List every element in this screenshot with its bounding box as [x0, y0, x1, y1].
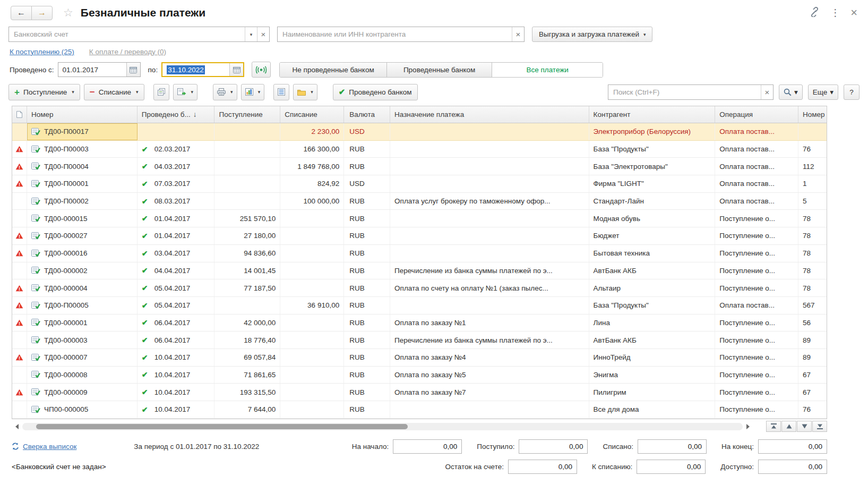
posted-by-bank-button[interactable]: ✔ Проведено банком [333, 84, 418, 100]
counterparty-field: × [277, 27, 525, 42]
add-writeoff-button[interactable]: − Списание ▾ [84, 84, 144, 100]
column-status[interactable] [12, 106, 27, 123]
column-counterparty[interactable]: Контрагент [589, 106, 716, 123]
print-button[interactable]: ▾ [213, 84, 237, 100]
date-from-input[interactable]: 01.01.2017 [58, 63, 126, 77]
back-button[interactable]: ← [11, 6, 32, 20]
go-to-bottom-button[interactable] [812, 421, 827, 432]
table-row[interactable]: !ТД00-П00005✔05.04.201736 910,00RUBБаза … [12, 297, 827, 315]
total-opening-value[interactable]: 0,00 [393, 439, 462, 454]
total-closing-value[interactable]: 0,00 [758, 439, 827, 454]
row-counterparty-cell: Стандарт-Лайн [589, 193, 716, 210]
reconcile-label: Сверка выписок [23, 443, 76, 451]
counterparty-input[interactable] [278, 27, 512, 41]
row-writeoff-cell [280, 384, 344, 401]
column-currency[interactable]: Валюта [344, 106, 390, 123]
row-receipt-cell [214, 297, 280, 314]
search-input[interactable] [608, 85, 761, 99]
table-row[interactable]: !ТД00-П00003✔02.03.2017166 300,00RUBБаза… [12, 141, 827, 158]
scroll-right-button[interactable] [743, 422, 753, 431]
table-row[interactable]: ТД00-000008✔10.04.201771 861,65RUBОплата… [12, 367, 827, 384]
column-receipt[interactable]: Поступление [214, 106, 280, 123]
bank-account-clear-button[interactable]: × [257, 27, 269, 41]
get-link-icon[interactable] [810, 7, 820, 19]
row-currency-cell: RUB [344, 279, 390, 296]
table-row[interactable]: ТД00-П000172 230,00USDЭлектроприбор (Бел… [12, 123, 827, 141]
column-purpose[interactable]: Назначение платежа [390, 106, 589, 123]
table-row[interactable]: !ТД00-П00001✔07.03.2017824,92USDФирма "L… [12, 175, 827, 193]
favorite-star-icon[interactable]: ☆ [63, 6, 73, 19]
upload-download-button[interactable]: Выгрузка и загрузка платежей ▾ [532, 27, 652, 42]
balance-available-value[interactable]: 0,00 [758, 460, 827, 474]
add-receipt-button[interactable]: + Поступление ▾ [8, 84, 80, 100]
table-row[interactable]: !ТД00-000001✔06.04.201742 000,00RUBОплат… [12, 315, 827, 332]
register-list-icon [278, 88, 285, 96]
total-written-off-value[interactable]: 0,00 [638, 439, 707, 454]
bank-account-dropdown-button[interactable]: ▾ [245, 27, 257, 41]
total-received-value[interactable]: 0,00 [519, 439, 588, 454]
tab-all-payments[interactable]: Все платежи [492, 63, 603, 77]
column-writeoff[interactable]: Списание [280, 106, 344, 123]
table-row[interactable]: ЧП00-000005✔10.04.20177 644,00RUBВсе для… [12, 401, 827, 419]
tab-posted-by-bank[interactable]: Проведенные банком [387, 63, 492, 77]
posted-check-icon: ✔ [142, 180, 154, 188]
document-icon [31, 354, 40, 361]
row-number-cell: ТД00-000008 [27, 367, 137, 384]
scroll-left-button[interactable] [12, 422, 22, 431]
table-row[interactable]: !ТД00-000016✔03.04.201794 836,60RUBБытов… [12, 245, 827, 262]
table-row[interactable]: ТД00-000003✔06.04.201718 776,40RUBПеречи… [12, 332, 827, 349]
column-number[interactable]: Номер [27, 106, 137, 123]
more-button[interactable]: Еще ▾ [808, 84, 838, 100]
search-button[interactable]: ▾ [779, 84, 803, 100]
balance-on-account-value[interactable]: 0,00 [508, 460, 577, 474]
copy-document-button[interactable] [153, 84, 169, 100]
reconcile-statements-link[interactable]: Сверка выписок [12, 443, 76, 451]
period-settings-button[interactable] [252, 62, 271, 78]
table-row[interactable]: !ТД00-П00004✔04.03.20171 849 768,00RUBБа… [12, 158, 827, 175]
go-to-top-button[interactable] [766, 421, 781, 432]
tab-not-posted-by-bank[interactable]: Не проведенные банком [280, 63, 387, 77]
table-row[interactable]: ТД00-000002✔04.04.201714 001,45RUBПеречи… [12, 262, 827, 280]
warning-icon: ! [15, 232, 23, 239]
bank-account-input[interactable] [9, 27, 245, 41]
help-button[interactable]: ? [844, 84, 860, 100]
hscrollbar-track[interactable] [22, 423, 743, 430]
table-row[interactable]: !ТД00-000007✔10.04.201769 057,84RUBОплат… [12, 349, 827, 367]
more-menu-icon[interactable]: ⋮ [830, 8, 840, 18]
copy-icon [158, 88, 165, 96]
link-to-receipt[interactable]: К поступлению (25) [10, 48, 74, 56]
chevron-down-icon: ▾ [136, 89, 139, 95]
table-row[interactable]: !ТД00-000004✔05.04.201777 187,50RUBОплат… [12, 279, 827, 297]
document-register-button[interactable] [273, 84, 289, 100]
calendar-icon[interactable] [229, 63, 243, 76]
table-row[interactable]: !ТД00-000009✔10.04.2017193 315,50RUBОпла… [12, 384, 827, 401]
column-posted-date[interactable]: Проведено б...↓ [137, 106, 215, 123]
page-up-button[interactable] [781, 421, 796, 432]
svg-text:!: ! [19, 147, 20, 152]
posted-check-icon: ✔ [142, 249, 154, 258]
table-row[interactable]: ТД00-П00002✔08.03.2017100 000,00RUBОплат… [12, 193, 827, 210]
link-to-payment[interactable]: К оплате / переводу (0) [89, 48, 166, 56]
edo-button[interactable]: ▾ [293, 84, 317, 100]
search-clear-button[interactable]: × [761, 85, 773, 99]
row-status-cell: ! [12, 297, 27, 314]
table-row[interactable]: ТД00-000015✔01.04.2017251 570,10RUBМодна… [12, 210, 827, 227]
row-posted-cell: ✔05.04.2017 [137, 279, 215, 296]
reports-button[interactable]: ▾ [241, 84, 265, 100]
row-status-cell: ! [12, 279, 27, 296]
counterparty-clear-button[interactable]: × [512, 27, 524, 41]
hscrollbar-thumb[interactable] [36, 424, 408, 429]
forward-button[interactable]: → [31, 6, 53, 20]
column-doc-number[interactable]: Номер [798, 106, 827, 123]
date-to-input[interactable]: 31.10.2022 [162, 63, 229, 76]
column-operation[interactable]: Операция [715, 106, 798, 123]
row-operation-cell: Поступление о... [715, 210, 798, 227]
create-based-on-button[interactable]: ▾ [173, 84, 198, 100]
balance-to-write-off-value[interactable]: 0,00 [637, 460, 706, 474]
calendar-icon[interactable] [126, 63, 140, 77]
row-docnumber-cell [798, 123, 827, 140]
close-icon[interactable]: × [850, 7, 857, 19]
page-down-button[interactable] [797, 421, 812, 432]
table-row[interactable]: !ТД00-000027✔01.04.201727 180,00RUBБюдже… [12, 227, 827, 245]
row-writeoff-cell: 100 000,00 [280, 193, 344, 210]
